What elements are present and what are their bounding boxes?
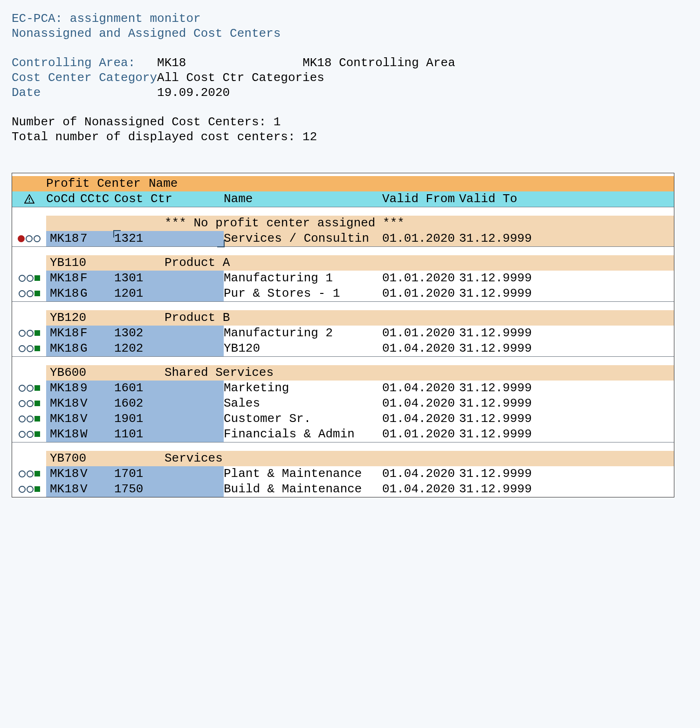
status-empty-icon — [27, 470, 34, 477]
group-header-row[interactable]: YB120Product B — [12, 310, 674, 326]
valid-from-cell: 01.01.2020 — [382, 231, 459, 246]
cost-center-cell[interactable]: 1101 — [114, 427, 224, 442]
name-cell: Financials & Admin — [224, 427, 382, 442]
nonassigned-value: 1 — [274, 115, 281, 129]
controlling-area-label: Controlling Area: — [12, 56, 157, 70]
group-code: YB700 — [46, 451, 152, 466]
group-name: Product A — [152, 255, 674, 271]
group-header-row[interactable]: YB110Product A — [12, 255, 674, 271]
group-code: YB600 — [46, 365, 152, 381]
status-green-icon — [34, 401, 40, 406]
cctc-cell: V — [80, 482, 114, 497]
name-cell: Marketing — [224, 381, 382, 396]
col-header-cost-ctr: Cost Ctr — [114, 191, 224, 207]
status-empty-icon — [27, 385, 34, 392]
cctc-cell: W — [80, 427, 114, 442]
group-header-row[interactable]: *** No profit center assigned *** — [12, 216, 674, 231]
cost-center-row[interactable]: MK18V1602Sales01.04.202031.12.9999 — [12, 396, 674, 411]
valid-to-cell: 31.12.9999 — [459, 482, 674, 497]
cctc-cell: G — [80, 286, 114, 301]
cocd-cell: MK18 — [46, 396, 80, 411]
valid-from-cell: 01.01.2020 — [382, 286, 459, 301]
profit-center-group: YB600Shared ServicesMK1891601Marketing01… — [12, 357, 674, 442]
cost-center-cell[interactable]: 1301 — [114, 271, 224, 286]
cost-center-cell[interactable]: 1302 — [114, 326, 224, 341]
svg-point-1 — [28, 201, 29, 202]
group-code — [46, 216, 152, 231]
status-cell — [12, 326, 46, 341]
cost-center-row[interactable]: MK18F1301Manufacturing 101.01.202031.12.… — [12, 271, 674, 286]
status-cell — [12, 482, 46, 497]
cocd-cell: MK18 — [46, 286, 80, 301]
status-green-icon — [34, 346, 40, 351]
group-header-row[interactable]: YB700Services — [12, 451, 674, 466]
status-empty-icon — [19, 431, 26, 438]
cost-center-row[interactable]: MK18V1701Plant & Maintenance01.04.202031… — [12, 466, 674, 482]
status-empty-icon — [27, 290, 34, 297]
cost-center-row[interactable]: MK18V1901Customer Sr.01.04.202031.12.999… — [12, 411, 674, 427]
cctc-cell: G — [80, 341, 114, 356]
cc-category-label: Cost Center Category — [12, 71, 157, 85]
cost-center-cell[interactable]: 1701 — [114, 466, 224, 482]
valid-from-cell: 01.04.2020 — [382, 466, 459, 482]
status-empty-icon — [19, 415, 26, 422]
controlling-area-code: MK18 — [157, 56, 302, 70]
group-code: YB120 — [46, 310, 152, 326]
status-cell — [12, 271, 46, 286]
cctc-cell: F — [80, 326, 114, 341]
cost-center-cell[interactable]: 1601 — [114, 381, 224, 396]
total-value: 12 — [302, 130, 317, 144]
header-row-profit-center: Profit Center Name — [12, 176, 674, 191]
status-empty-icon — [19, 486, 26, 493]
header-row-detail: CoCd CCtC Cost Ctr Name Valid From Valid… — [12, 191, 674, 207]
valid-to-cell: 31.12.9999 — [459, 411, 674, 427]
name-cell: Plant & Maintenance — [224, 466, 382, 482]
cc-category-value: All Cost Ctr Categories — [157, 71, 324, 85]
status-empty-icon — [19, 470, 26, 477]
cost-center-row[interactable]: MK18G1201Pur & Stores - 101.01.202031.12… — [12, 286, 674, 301]
page-title-2: Nonassigned and Assigned Cost Centers — [12, 27, 700, 41]
cost-center-cell[interactable]: 1750 — [114, 482, 224, 497]
valid-from-cell: 01.04.2020 — [382, 396, 459, 411]
report-header: EC-PCA: assignment monitor Nonassigned a… — [12, 12, 700, 100]
status-cell — [12, 396, 46, 411]
date-label: Date — [12, 86, 157, 100]
total-label: Total number of displayed cost centers: — [12, 130, 295, 144]
status-green-icon — [34, 486, 40, 492]
cocd-cell: MK18 — [46, 466, 80, 482]
cost-center-row[interactable]: MK18V1750Build & Maintenance01.04.202031… — [12, 482, 674, 497]
valid-from-cell: 01.01.2020 — [382, 326, 459, 341]
status-cell — [12, 411, 46, 427]
cost-center-row[interactable]: MK1871321Services / Consultin01.01.20203… — [12, 231, 674, 246]
status-empty-icon — [27, 486, 34, 493]
cost-center-cell[interactable]: 1602 — [114, 396, 224, 411]
valid-from-cell: 01.04.2020 — [382, 482, 459, 497]
cost-center-cell[interactable]: 1201 — [114, 286, 224, 301]
status-cell — [12, 231, 46, 246]
col-header-profit-center: Profit Center — [46, 176, 149, 191]
cost-center-row[interactable]: MK1891601Marketing01.04.202031.12.9999 — [12, 381, 674, 396]
cocd-cell: MK18 — [46, 271, 80, 286]
cocd-cell: MK18 — [46, 231, 80, 246]
status-cell — [12, 341, 46, 356]
valid-from-cell: 01.04.2020 — [382, 381, 459, 396]
group-name: *** No profit center assigned *** — [152, 216, 674, 231]
name-cell: YB120 — [224, 341, 382, 356]
cost-center-row[interactable]: MK18F1302Manufacturing 201.01.202031.12.… — [12, 326, 674, 341]
cost-center-cell[interactable]: 1901 — [114, 411, 224, 427]
cost-center-row[interactable]: MK18W1101Financials & Admin01.01.202031.… — [12, 427, 674, 442]
col-header-name-1: Name — [149, 176, 674, 191]
valid-to-cell: 31.12.9999 — [459, 231, 674, 246]
cocd-cell: MK18 — [46, 326, 80, 341]
cost-center-cell[interactable]: 1321 — [114, 231, 224, 246]
group-header-row[interactable]: YB600Shared Services — [12, 365, 674, 381]
status-green-icon — [34, 275, 40, 281]
group-name: Services — [152, 451, 674, 466]
cost-center-row[interactable]: MK18G1202YB12001.04.202031.12.9999 — [12, 341, 674, 356]
cost-center-cell[interactable]: 1202 — [114, 341, 224, 356]
warning-icon — [12, 191, 46, 207]
status-empty-icon — [19, 345, 26, 352]
group-name: Product B — [152, 310, 674, 326]
valid-to-cell: 31.12.9999 — [459, 286, 674, 301]
valid-to-cell: 31.12.9999 — [459, 341, 674, 356]
